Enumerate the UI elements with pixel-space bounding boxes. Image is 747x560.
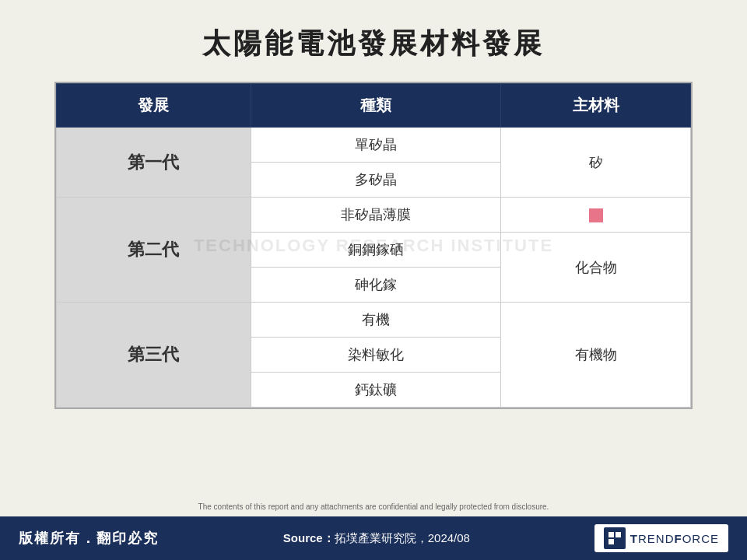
- table-row: 第二代 非矽晶薄膜: [57, 198, 691, 233]
- gen-cell-1: 第一代: [57, 128, 251, 198]
- material-cell-pink: [501, 198, 691, 233]
- main-table: 發展 種類 主材料 第一代 單矽晶 矽 多矽晶 第二代: [56, 83, 691, 408]
- pink-square-icon: [589, 208, 603, 222]
- svg-rect-1: [615, 532, 621, 537]
- table-row: 第三代 有機 有機物: [57, 303, 691, 338]
- tf-icon: [604, 527, 626, 549]
- gen-cell-2: 第二代: [57, 198, 251, 303]
- type-cell: 單矽晶: [251, 128, 501, 163]
- footer-source: Source：拓墣產業研究院，2024/08: [159, 531, 594, 546]
- type-cell: 多矽晶: [251, 163, 501, 198]
- svg-rect-2: [608, 539, 614, 544]
- disclaimer-text: The contents of this report and any atta…: [0, 500, 747, 513]
- tf-logo-icon: [607, 530, 622, 546]
- table-row: 第一代 單矽晶 矽: [57, 128, 691, 163]
- source-text: 拓墣產業研究院，2024/08: [335, 531, 470, 544]
- material-cell-compound: 化合物: [501, 233, 691, 303]
- title-area: 太陽能電池發展材料發展: [0, 0, 747, 82]
- trendforce-logo: TRENDFORCE: [604, 527, 719, 549]
- col-header-gen: 發展: [57, 84, 251, 128]
- type-cell: 非矽晶薄膜: [251, 198, 501, 233]
- material-cell-si: 矽: [501, 128, 691, 198]
- col-header-type: 種類: [251, 84, 501, 128]
- type-cell: 有機: [251, 303, 501, 338]
- footer-copyright: 版權所有．翻印必究: [19, 529, 159, 548]
- footer-logo: TRENDFORCE: [594, 524, 728, 552]
- type-cell: 染料敏化: [251, 338, 501, 373]
- material-cell-organic: 有機物: [501, 303, 691, 408]
- gen-cell-3: 第三代: [57, 303, 251, 408]
- type-cell: 砷化鎵: [251, 268, 501, 303]
- source-label: Source：: [283, 531, 335, 544]
- type-cell: 鈣鈦礦: [251, 373, 501, 408]
- page-wrapper: 太陽能電池發展材料發展 TECHNOLOGY RESEARCH INSTITUT…: [0, 0, 747, 560]
- trendforce-text: TRENDFORCE: [630, 532, 719, 545]
- svg-rect-0: [608, 532, 614, 537]
- table-header-row: 發展 種類 主材料: [57, 84, 691, 128]
- type-cell: 銅鋼鎵硒: [251, 233, 501, 268]
- page-title: 太陽能電池發展材料發展: [0, 25, 747, 63]
- col-header-material: 主材料: [501, 84, 691, 128]
- footer-bar: 版權所有．翻印必究 Source：拓墣產業研究院，2024/08 TRENDFO…: [0, 516, 747, 560]
- table-container: TECHNOLOGY RESEARCH INSTITUTE 發展 種類 主材料 …: [54, 82, 693, 409]
